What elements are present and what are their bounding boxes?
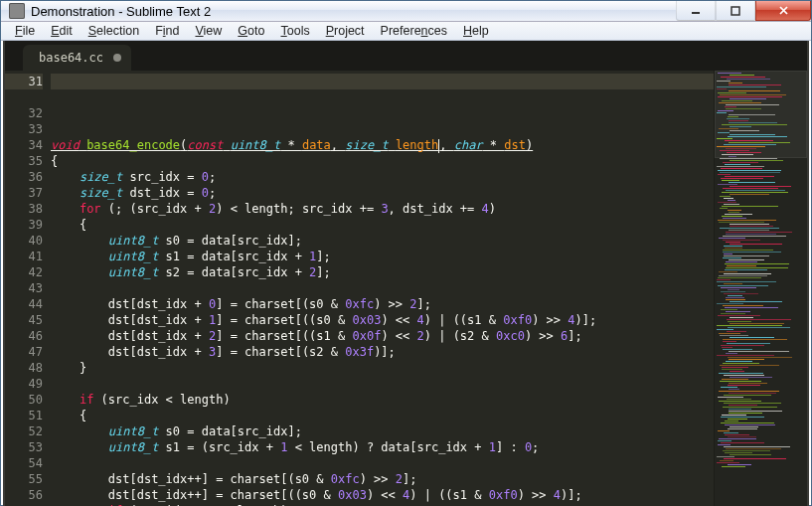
dirty-indicator-icon bbox=[113, 54, 121, 62]
code-view[interactable]: void base64_encode(const uint8_t * data,… bbox=[51, 71, 714, 506]
menu-find[interactable]: Find bbox=[149, 22, 185, 40]
svg-rect-1 bbox=[731, 7, 739, 15]
tab-bar[interactable]: base64.cc bbox=[5, 41, 807, 71]
app-icon bbox=[9, 3, 25, 19]
minimap[interactable] bbox=[714, 71, 807, 506]
menu-selection[interactable]: Selection bbox=[82, 22, 145, 40]
menu-file[interactable]: File bbox=[9, 22, 41, 40]
menu-project[interactable]: Project bbox=[320, 22, 371, 40]
menu-view[interactable]: View bbox=[189, 22, 228, 40]
menubar: File Edit Selection Find View Goto Tools… bbox=[1, 22, 811, 41]
minimize-button[interactable] bbox=[676, 1, 716, 21]
menu-tools[interactable]: Tools bbox=[274, 22, 315, 40]
titlebar[interactable]: Demonstration - Sublime Text 2 bbox=[1, 1, 811, 22]
editor-area: base64.cc 31 32 33 34 35 36 37 38 39 40 … bbox=[3, 41, 809, 506]
tab-label: base64.cc bbox=[39, 51, 103, 65]
window-controls bbox=[676, 1, 811, 21]
code-text: void base64_encode(const uint8_t * data,… bbox=[51, 121, 714, 506]
menu-goto[interactable]: Goto bbox=[232, 22, 270, 40]
menu-help[interactable]: Help bbox=[457, 22, 495, 40]
tab-base64[interactable]: base64.cc bbox=[23, 45, 131, 71]
window-frame: Demonstration - Sublime Text 2 File Edit… bbox=[0, 0, 812, 506]
close-button[interactable] bbox=[755, 1, 811, 21]
current-line-highlight bbox=[51, 74, 714, 89]
gutter[interactable]: 31 32 33 34 35 36 37 38 39 40 41 42 43 4… bbox=[5, 71, 51, 506]
menu-preferences[interactable]: Preferences bbox=[375, 22, 453, 40]
menu-edit[interactable]: Edit bbox=[45, 22, 79, 40]
code-area: 31 32 33 34 35 36 37 38 39 40 41 42 43 4… bbox=[5, 71, 807, 506]
window-title: Demonstration - Sublime Text 2 bbox=[31, 4, 211, 19]
maximize-button[interactable] bbox=[716, 1, 755, 21]
